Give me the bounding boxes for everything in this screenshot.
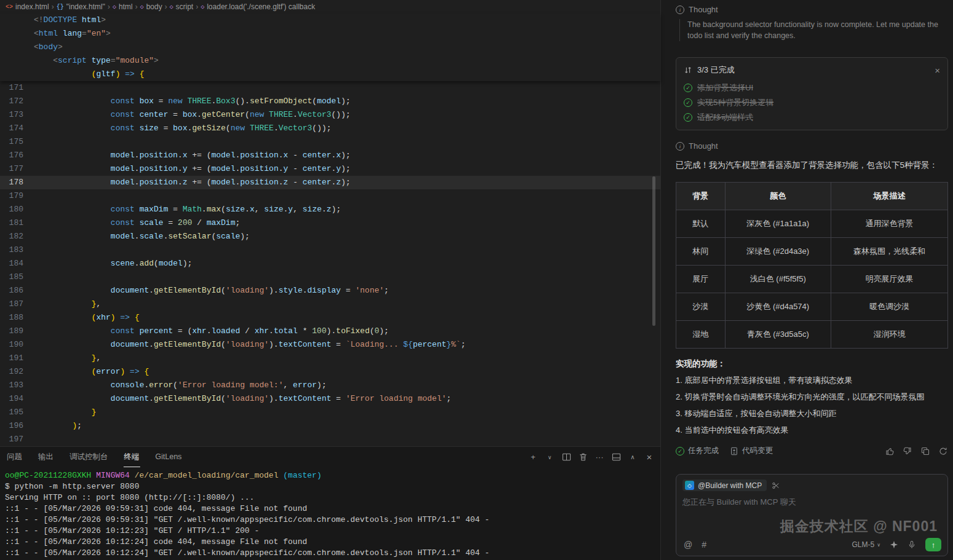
code-changes-button[interactable]: 代码变更 [730,446,773,456]
agent-chip[interactable]: ◇ @Builder with MCP [682,479,767,491]
copy-icon[interactable] [920,446,930,456]
input-toolbar: @ # GLM-5 ∨ ↑ [684,538,941,551]
todo-item[interactable]: ✓添加背景选择UI [684,81,940,95]
model-selector[interactable]: GLM-5 ∨ [852,540,880,549]
table-cell: 林间 [676,237,726,265]
close-icon[interactable]: × [935,66,940,75]
line-number: 197 [0,433,23,446]
line-number: 194 [0,392,23,406]
panel-tab[interactable]: GitLens [155,447,183,467]
hash-command-icon[interactable]: # [702,540,706,550]
panel-layout-icon[interactable] [611,452,621,462]
breadcrumb-item[interactable]: ◇loader.load('./scene.gltf') callback [200,2,315,11]
breadcrumb-item[interactable]: ◇body [140,2,163,11]
message-actions [885,446,948,456]
code-line[interactable]: 175 [0,135,660,149]
sticky-line: <!DOCTYPE html> [34,14,660,27]
code-line[interactable]: 189 const percent = (xhr.loaded / xhr.to… [0,325,660,338]
task-complete-status[interactable]: ✓ 任务完成 [676,446,719,456]
breadcrumb-item[interactable]: {}"index.html" [56,2,106,11]
split-terminal-icon[interactable] [561,452,571,462]
code-changes-label: 代码变更 [742,446,773,456]
feature-item: 2. 切换背景时会自动调整环境光和方向光的强度，以匹配不同场景氛围 [676,392,948,403]
todo-item[interactable]: ✓适配移动端样式 [684,110,940,125]
assistant-summary-text: 已完成！我为汽车模型查看器添加了背景选择功能，包含以下5种背景： [676,159,948,172]
code-line[interactable]: 190 document.getElementById('loading').t… [0,338,660,352]
chat-message-input[interactable] [682,497,864,507]
vscode-window: <>index.html›{}"index.html"›◇html›◇body›… [0,0,953,560]
code-line[interactable]: 187 }, [0,298,660,311]
maximize-panel-chevron-up-icon[interactable]: ∧ [628,452,638,462]
breadcrumb-separator-icon: › [135,2,138,11]
code-line[interactable]: 180 const maxDim = Math.max(size.x, size… [0,203,660,216]
code-line[interactable]: 192 (error) => { [0,365,660,379]
new-terminal-button[interactable]: + [528,452,538,462]
table-cell: 通用深色背景 [831,210,947,237]
code-line[interactable]: 181 const scale = 200 / maxDim; [0,216,660,230]
code-line[interactable]: 182 model.scale.setScalar(scale); [0,230,660,243]
table-cell: 暖色调沙漠 [831,293,947,320]
code-line[interactable]: 179 [0,189,660,203]
table-row: 沙漠沙黄色 (#d4a574)暖色调沙漠 [676,293,948,320]
check-circle-icon: ✓ [676,447,684,455]
terminal-output[interactable]: oo@PC-20211228GXKH MINGW64 /e/car_model_… [0,467,660,560]
terminal-line: Serving HTTP on :: port 8080 (http://[::… [5,492,660,503]
breadcrumb-item[interactable]: ◇html [112,2,133,11]
send-button[interactable]: ↑ [925,538,941,551]
table-row: 林间深绿色 (#2d4a3e)森林氛围，光线柔和 [676,237,948,265]
code-line[interactable]: 176 model.position.x += (model.position.… [0,149,660,162]
thumbs-up-icon[interactable] [885,446,895,456]
watermark-text: 掘金技术社区 @ NF001 [780,517,938,536]
mention-at-icon[interactable]: @ [684,540,692,550]
code-line[interactable]: 185 [0,270,660,284]
microphone-icon[interactable] [908,540,916,549]
code-line[interactable]: 196 ); [0,419,660,433]
code-line[interactable]: 186 document.getElementById('loading').s… [0,284,660,298]
code-line[interactable]: 173 const center = box.getCenter(new THR… [0,108,660,122]
line-number: 183 [0,243,23,257]
sticky-line: <html lang="en"> [34,27,660,41]
breadcrumb-item[interactable]: <>index.html [5,2,50,11]
kill-terminal-trash-icon[interactable] [578,452,588,462]
code-line[interactable]: 197 [0,433,660,446]
check-circle-icon: ✓ [684,84,692,92]
thought-header[interactable]: i Thought [676,5,948,14]
more-actions-icon[interactable]: ··· [595,452,604,462]
code-line[interactable]: 184 scene.add(model); [0,257,660,270]
table-cell: 明亮展厅效果 [831,265,947,293]
code-line[interactable]: 171 [0,81,660,95]
code-line[interactable]: 194 document.getElementById('loading').t… [0,392,660,406]
code-line[interactable]: 188 (xhr) => { [0,311,660,325]
code-line[interactable]: 178 model.position.z += (model.position.… [0,176,660,189]
code-line[interactable]: 183 [0,243,660,257]
sticky-line: <body> [34,41,660,54]
terminal-profile-chevron-down-icon[interactable]: ∨ [545,452,555,462]
sparkle-icon[interactable] [890,540,898,549]
code-line[interactable]: 193 console.error('Error loading model:'… [0,379,660,392]
todo-card-header: 3/3 已完成 × [684,63,940,81]
code-editor[interactable]: 171172 const box = new THREE.Box3().setF… [0,81,660,446]
code-line[interactable]: 191 }, [0,352,660,365]
thumbs-down-icon[interactable] [903,446,912,456]
features-list: 1. 底部居中的背景选择按钮组，带有玻璃拟态效果2. 切换背景时会自动调整环境光… [676,369,948,436]
regenerate-icon[interactable] [938,446,948,456]
scissors-tools-icon[interactable] [772,481,780,490]
assistant-panel: i Thought The background selector functi… [661,0,953,560]
code-line[interactable]: 172 const box = new THREE.Box3().setFrom… [0,95,660,108]
thought-header[interactable]: i Thought [676,141,948,151]
code-line[interactable]: 177 model.position.y += (model.position.… [0,162,660,176]
code-line[interactable]: 174 const size = box.getSize(new THREE.V… [0,122,660,135]
feature-item: 1. 底部居中的背景选择按钮组，带有玻璃拟态效果 [676,375,948,386]
panel-tab[interactable]: 问题 [6,447,23,467]
check-circle-icon: ✓ [684,98,692,107]
todo-item[interactable]: ✓实现5种背景切换逻辑 [684,95,940,110]
line-number: 189 [0,325,23,338]
chat-input-card[interactable]: ◇ @Builder with MCP 掘金技术社区 @ NF001 @ # G… [676,474,948,556]
breadcrumb-item[interactable]: ◇script [169,2,194,11]
editor-scrollbar[interactable] [652,176,655,326]
panel-tab[interactable]: 输出 [38,447,54,467]
code-line[interactable]: 195 } [0,406,660,419]
panel-tab[interactable]: 调试控制台 [69,447,109,467]
close-panel-icon[interactable]: × [644,452,654,462]
panel-tab[interactable]: 终端 [124,447,140,467]
